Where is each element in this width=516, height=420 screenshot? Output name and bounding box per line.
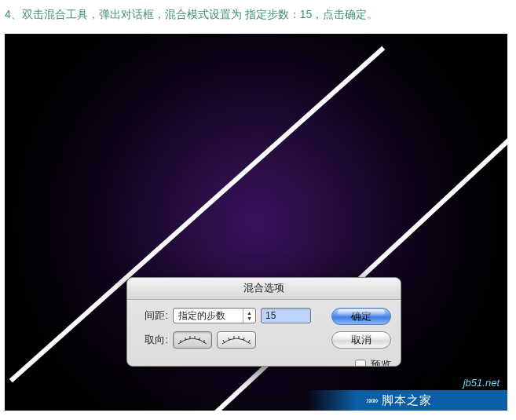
ok-button-label: 确定 [351,310,371,322]
watermark-site-name: »»» 脚本之家 [366,393,432,408]
spacing-mode-select[interactable]: 指定的步数 ▲▼ [173,308,256,323]
preview-checkbox[interactable] [355,360,366,367]
instruction-text: 4、双击混合工具，弹出对话框，混合模式设置为 指定步数：15，点击确定。 [0,0,516,34]
dialog-body: 间距: 指定的步数 ▲▼ 取向: [127,300,401,366]
align-page-icon [177,334,207,345]
preview-row: 预览 [355,358,391,367]
orientation-align-path-button[interactable] [217,331,256,349]
dialog-title: 混合选项 [127,278,401,300]
cancel-button-label: 取消 [351,334,371,345]
watermark-url: jb51.net [463,376,507,390]
orientation-group [173,331,256,349]
watermark-text: 脚本之家 [382,393,432,408]
spacing-value-input[interactable] [261,308,311,323]
align-path-icon [221,334,251,345]
ok-button[interactable]: 确定 [331,308,391,325]
artwork-canvas: 混合选项 间距: 指定的步数 ▲▼ 取向: [5,34,507,411]
blend-options-dialog: 混合选项 间距: 指定的步数 ▲▼ 取向: [126,277,401,367]
spacing-mode-value: 指定的步数 [178,309,225,323]
watermark-banner: »»» 脚本之家 [5,390,507,411]
select-stepper-icon: ▲▼ [243,309,254,323]
cancel-button[interactable]: 取消 [331,331,391,349]
dialog-buttons: 确定 取消 预览 [331,308,391,367]
arrow-deco-icon: »»» [366,395,377,406]
watermark: jb51.net »»» 脚本之家 [5,376,507,411]
preview-label: 预览 [371,358,391,367]
orientation-label: 取向: [137,333,168,347]
orientation-align-page-button[interactable] [173,331,212,349]
spacing-label: 间距: [137,309,168,323]
